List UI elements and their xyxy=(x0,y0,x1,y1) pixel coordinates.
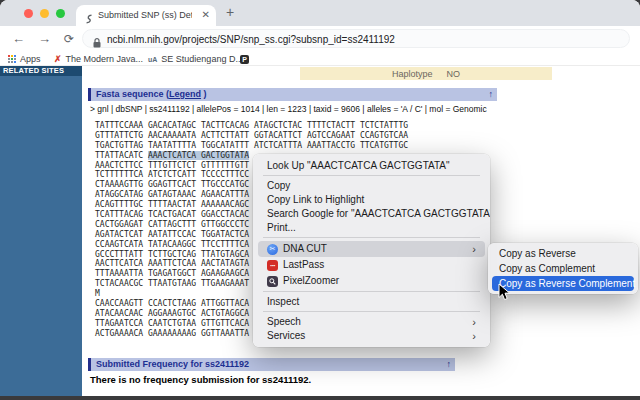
lock-icon[interactable] xyxy=(93,34,101,52)
lastpass-icon: ··· xyxy=(267,260,278,271)
menu-item-lastpass[interactable]: ··· LastPass xyxy=(258,257,485,273)
submenu-item-copy-as-reverse-complement[interactable]: Copy as Reverse Complement xyxy=(492,276,634,291)
dna-cut-submenu: Copy as ReverseCopy as ComplementCopy as… xyxy=(488,243,638,294)
bookmark-label: SE Studiengang D... xyxy=(161,54,243,64)
frequency-message: There is no frequency submission for ss2… xyxy=(90,374,311,385)
selected-sequence-text: AAACTCATCA GACTGGTATA xyxy=(148,151,249,160)
forward-button[interactable]: → xyxy=(38,31,51,46)
frequency-section-header: Submitted Frequency for ss2411192 ↑ xyxy=(88,358,455,371)
apps-grid-icon xyxy=(8,55,16,63)
bookmark-label: Apps xyxy=(20,54,41,64)
scroll-top-arrow-icon[interactable]: ↑ xyxy=(489,88,494,101)
menu-item-label: DNA CUT xyxy=(283,242,327,256)
bookmark-se-studiengang[interactable]: uA SE Studiengang D... xyxy=(148,53,243,65)
menu-item-label: PixelZoomer xyxy=(283,274,339,288)
fasta-defline: > gnl | dbSNP | ss2411192 | allelePos = … xyxy=(90,104,487,114)
url-text[interactable]: ncbi.nlm.nih.gov/projects/SNP/snp_ss.cgi… xyxy=(107,34,395,45)
browser-window: Submitted SNP (ss) Details: ss ✕ + ← → ⟳… xyxy=(0,0,640,396)
new-tab-button[interactable]: + xyxy=(226,4,234,20)
chevron-right-icon: › xyxy=(472,315,476,329)
menu-separator xyxy=(263,175,480,176)
bookmark-label: The Modern Java... xyxy=(66,54,144,64)
sidebar-header: RELATED SITES xyxy=(0,66,82,76)
haplotype-row: Haplotype NO xyxy=(300,67,552,80)
bookmark-p[interactable]: P xyxy=(240,53,249,65)
menu-item-print[interactable]: Print... xyxy=(253,221,490,235)
sequence-line: TATTTCCAAA GACACATAGC TACTTCACAG ATAGCTC… xyxy=(95,121,408,131)
zoom-window-button[interactable] xyxy=(56,9,65,18)
fasta-section-header: Fasta sequence (Legend ) ↑ xyxy=(88,88,497,101)
back-button[interactable]: ← xyxy=(12,31,25,46)
submenu-item-copy-as-reverse[interactable]: Copy as Reverse xyxy=(492,246,634,261)
dna-cut-icon: ✂ xyxy=(267,244,278,255)
tab-title: Submitted SNP (ss) Details: ss xyxy=(98,10,192,22)
context-menu: Look Up "AAACTCATCA GACTGGTATA" Copy Cop… xyxy=(253,154,490,347)
menu-item-look-up[interactable]: Look Up "AAACTCATCA GACTGGTATA" xyxy=(253,158,490,173)
tab-strip: Submitted SNP (ss) Details: ss ✕ + xyxy=(0,0,640,26)
bookmark-apps[interactable]: Apps xyxy=(8,53,41,65)
address-bar[interactable]: ncbi.nlm.nih.gov/projects/SNP/snp_ss.cgi… xyxy=(82,29,630,48)
menu-item-label: Services xyxy=(267,329,305,343)
bookmark-favicon-icon: uA xyxy=(148,56,157,63)
menu-separator xyxy=(263,237,480,238)
haplotype-label: Haplotype xyxy=(392,69,433,79)
legend-link[interactable]: Legend xyxy=(169,89,201,99)
fasta-title: Fasta sequence ( xyxy=(96,89,169,99)
menu-item-pixelzoomer[interactable]: PixelZoomer xyxy=(258,273,485,289)
frequency-title: Submitted Frequency for ss2411192 xyxy=(96,359,249,369)
menu-item-label: LastPass xyxy=(283,258,324,272)
minimize-window-button[interactable] xyxy=(40,9,49,18)
menu-separator xyxy=(263,291,480,292)
browser-tab[interactable]: Submitted SNP (ss) Details: ss ✕ xyxy=(76,5,216,26)
menu-separator xyxy=(263,311,480,312)
reload-button[interactable]: ⟳ xyxy=(64,32,74,46)
bookmark-favicon-icon: ✗ xyxy=(54,54,62,64)
menu-item-search-google[interactable]: Search Google for "AAACTCATCA GACTGGTATA… xyxy=(253,207,490,221)
menu-item-inspect[interactable]: Inspect xyxy=(253,295,490,309)
sequence-line: GTTTATTCTG AACAAAAATA ACTTCTTATT GGTACAT… xyxy=(95,131,408,141)
mouse-cursor xyxy=(498,283,510,301)
sequence-line: TGACTGTTAG TAATATTTTA TGGCATATTT ATCTCAT… xyxy=(95,141,408,151)
desktop-edge xyxy=(0,396,640,400)
bookmark-favicon-icon: P xyxy=(240,55,249,64)
bookmarks-bar: Apps ✗ The Modern Java... uA SE Studieng… xyxy=(0,52,640,66)
close-window-button[interactable] xyxy=(24,9,33,18)
bookmark-modern-java[interactable]: ✗ The Modern Java... xyxy=(54,53,143,65)
scroll-top-arrow-icon[interactable]: ↑ xyxy=(447,358,452,371)
browser-toolbar: ← → ⟳ ncbi.nlm.nih.gov/projects/SNP/snp_… xyxy=(0,26,640,52)
dbsnp-favicon-icon xyxy=(84,10,94,20)
menu-item-copy[interactable]: Copy xyxy=(253,179,490,193)
fasta-title-close: ) xyxy=(201,89,207,99)
menu-item-speech[interactable]: Speech › xyxy=(253,315,490,329)
related-sites-sidebar: RELATED SITES xyxy=(0,66,82,396)
menu-item-services[interactable]: Services › xyxy=(253,329,490,343)
tab-close-icon[interactable]: ✕ xyxy=(202,9,210,20)
menu-item-copy-link-to-highlight[interactable]: Copy Link to Highlight xyxy=(253,193,490,207)
menu-item-label: Speech xyxy=(267,315,301,329)
chevron-right-icon: › xyxy=(472,329,476,343)
pixelzoomer-icon xyxy=(267,276,278,287)
haplotype-value: NO xyxy=(447,69,461,79)
menu-item-dna-cut[interactable]: ✂ DNA CUT › xyxy=(258,241,485,257)
chevron-right-icon: › xyxy=(472,242,476,256)
submenu-item-copy-as-complement[interactable]: Copy as Complement xyxy=(492,261,634,276)
